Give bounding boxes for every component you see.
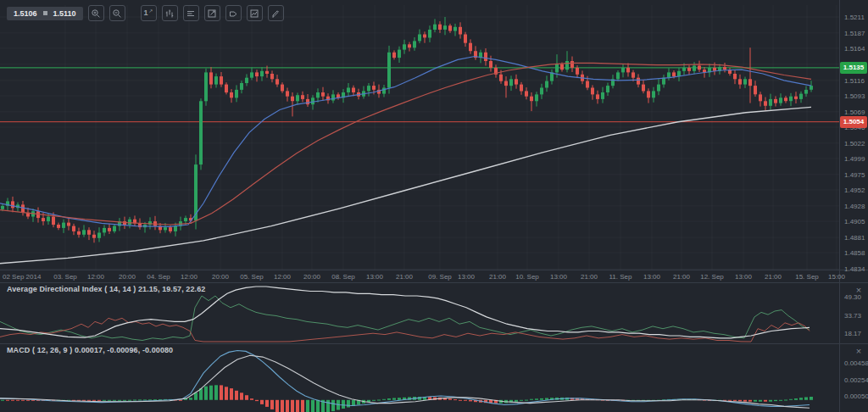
quote-badge[interactable]: 1.5106 1.5110 [7,7,83,20]
price-line-badge-green: 1.5135 [840,62,867,74]
macd-close-button[interactable]: × [854,347,864,357]
bid-price: 1.5106 [14,9,37,18]
edit-chart-icon [249,8,259,19]
adx-close-button[interactable]: × [854,286,864,296]
indicator-lines-icon [186,8,196,19]
magnifier-minus-icon [112,8,122,19]
time-axis[interactable] [0,270,839,282]
pencil-icon [270,8,281,19]
ask-price: 1.5110 [53,9,76,18]
expand-button[interactable] [204,5,220,21]
alert-tag-button[interactable] [225,5,242,21]
interval-up-arrow-icon: ↗ [149,8,153,14]
interval-label: 1 [144,9,148,17]
macd-label: MACD ( 12, 26, 9 ) 0.00017, -0.00096, -0… [7,346,173,354]
adx-label: Average Directional Index ( 14, 14 ) 21.… [7,285,205,293]
zoom-in-button[interactable] [88,5,104,21]
spread-square-icon [43,11,47,15]
price-line-badge-red: 1.5054 [840,116,867,128]
chart-type-button[interactable] [162,5,178,21]
zoom-out-button[interactable] [109,5,125,21]
interval-button[interactable]: 1 ↗ [141,5,157,21]
draw-button[interactable] [268,5,284,21]
bar-chart-icon [164,8,175,19]
price-axis[interactable] [839,0,868,270]
expand-icon [207,8,217,19]
magnifier-plus-icon [91,8,101,19]
trading-chart-app: 1.52111.51871.51641.51401.51161.50931.50… [0,0,868,412]
indicators-button[interactable] [183,5,199,21]
tag-icon [228,8,238,19]
main-chart-pane[interactable] [0,0,839,270]
toolbar: 1.5106 1.5110 1 ↗ [7,5,284,21]
edit-chart-button[interactable] [247,5,263,21]
